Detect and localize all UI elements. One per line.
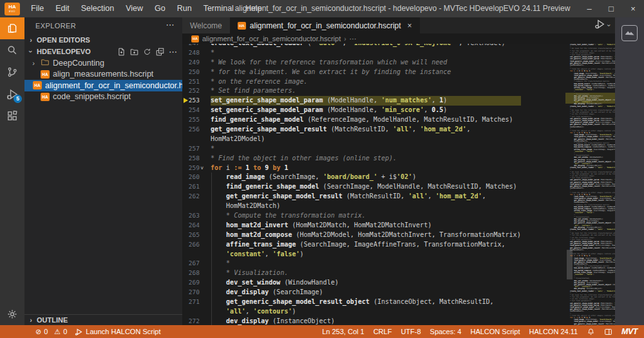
open-editors-section[interactable]: › OPEN EDITORS: [24, 34, 182, 46]
status-item-crlf[interactable]: CRLF: [374, 328, 392, 335]
breadcrumb-more[interactable]: ⋯: [350, 35, 357, 43]
activity-source-control-button[interactable]: [0, 61, 24, 83]
settings-button[interactable]: [0, 303, 24, 325]
outline-section[interactable]: › OUTLINE: [24, 314, 182, 325]
code-line-266[interactable]: 266 affine_trans_image (SearchImage, Ima…: [182, 240, 565, 250]
code-line-257[interactable]: 257*: [182, 144, 565, 154]
code-line-247[interactable]: 247create_text_model_reader ( 'auto' , '…: [565, 106, 615, 108]
image-viewer-button[interactable]: [621, 25, 638, 41]
code-line-256[interactable]: 256get_generic_shape_model_result (Match…: [182, 125, 565, 135]
tab-welcome[interactable]: Welcome: [182, 17, 230, 33]
editor-group: WelcomeHAalignment_for_ocr_in_semiconduc…: [182, 17, 615, 325]
bell-icon[interactable]: [587, 328, 595, 336]
code-line-267[interactable]: 267 *: [182, 259, 565, 268]
image-icon: [625, 27, 634, 39]
code-text: 'all', 'contours'): [211, 307, 296, 317]
code-line-wrap[interactable]: 'constant', 'false'): [182, 250, 565, 259]
status-item-halcon-24-11[interactable]: HALCON 24.11: [529, 328, 578, 335]
run-dropdown-icon[interactable]: ›: [605, 24, 612, 26]
menu-go[interactable]: Go: [149, 0, 171, 17]
debug-badge: 5: [14, 95, 22, 103]
tree-item-deepcounting[interactable]: ›DeepCounting: [24, 57, 182, 69]
collapse-all-icon[interactable]: [156, 48, 164, 56]
line-number: 267: [182, 259, 200, 268]
code-line-wrap[interactable]: HomMat2DMatch): [182, 202, 565, 211]
code-line-255[interactable]: 255find_generic_shape_model (ReferenceIm…: [182, 115, 565, 125]
code-editor[interactable]: 247create_text_model_reader ( 'auto' , '…: [182, 44, 565, 325]
code-line-261[interactable]: 261 find_generic_shape_model (SearchImag…: [182, 182, 565, 192]
activity-search-button[interactable]: [0, 39, 24, 61]
code-line-258[interactable]: 258* Find the object in other images (on…: [182, 154, 565, 164]
new-file-icon[interactable]: [117, 48, 126, 56]
code-line-253[interactable]: 253set_generic_shape_model_param (ModelH…: [182, 96, 565, 106]
tree-item-label: code_snippets.hscript: [53, 92, 131, 101]
line-number: 247: [182, 44, 200, 48]
code-line-247[interactable]: 247create_text_model_reader ( 'auto' , '…: [565, 167, 615, 169]
code-line-wrap[interactable]: 'all', 'contours'): [182, 307, 565, 317]
code-line-251[interactable]: 251* on the reference image.: [182, 77, 565, 87]
breadcrumb[interactable]: HA alignment_for_ocr_in_semiconductor.hs…: [182, 33, 615, 44]
workspace-more-icon[interactable]: ⋯: [169, 47, 177, 57]
code-line-269[interactable]: 269 dev_set_window (WindowHandle): [182, 278, 565, 288]
fold-chevron-icon[interactable]: ∨: [200, 164, 204, 172]
activity-extensions-button[interactable]: [0, 105, 24, 127]
breadcrumb-file[interactable]: alignment_for_ocr_in_semiconductor.hscri…: [202, 35, 341, 42]
layout-icon[interactable]: [604, 328, 612, 336]
run-script-icon[interactable]: [594, 19, 605, 32]
tree-item-align-measurements-hscript[interactable]: HAalign_measurements.hscript: [24, 69, 182, 80]
minimap[interactable]: 247create_text_model_reader ( 'auto' , '…: [565, 44, 615, 325]
code-line-270[interactable]: 270 dev_display (SearchImage): [182, 288, 565, 297]
code-line-265[interactable]: 265 hom_mat2d_compose (HomMat2DModel, Ho…: [182, 230, 565, 240]
code-line-252[interactable]: 252* Set find parameters.: [182, 86, 565, 96]
tree-item-alignment-for-ocr-in-semiconductor-hscr-[interactable]: HAalignment_for_ocr_in_semiconductor.hsc…: [24, 80, 182, 91]
code-line-247[interactable]: 247create_text_model_reader ( 'auto' , '…: [565, 44, 615, 46]
code-line-254[interactable]: 254set_generic_shape_model_param (ModelH…: [182, 106, 565, 115]
status-item-halcon-script[interactable]: HALCON Script: [470, 328, 520, 335]
code-line-262[interactable]: 262 get_generic_shape_model_result (Matc…: [182, 192, 565, 202]
code-line-249[interactable]: 249* We look for the reference transform…: [182, 58, 565, 68]
code-line-268[interactable]: 268 * Visualization.: [182, 268, 565, 278]
code-line-247[interactable]: 247create_text_model_reader ( 'auto' , '…: [565, 229, 615, 230]
restore-button[interactable]: □: [600, 0, 622, 17]
tab-alignment-for-ocr-in-semiconductor-hscript[interactable]: HAalignment_for_ocr_in_semiconductor.hsc…: [230, 17, 420, 33]
tree-item-code-snippets-hscript[interactable]: HAcode_snippets.hscript: [24, 91, 182, 103]
menu-edit[interactable]: Edit: [50, 0, 75, 17]
minimize-button[interactable]: –: [578, 0, 600, 17]
code-line-247[interactable]: 247create_text_model_reader ( 'auto' , '…: [182, 44, 565, 48]
menu-view[interactable]: View: [120, 0, 149, 17]
status-item-spaces-4[interactable]: Spaces: 4: [430, 328, 462, 335]
workspace-section[interactable]: › HDEVELOPEVO ⋯: [24, 46, 182, 57]
code-text: for i := 1 to 9 by 1: [211, 164, 289, 173]
activity-explorer-button[interactable]: [0, 17, 24, 39]
code-line-247[interactable]: 247create_text_model_reader ( 'auto' , '…: [565, 290, 615, 292]
problems-indicator[interactable]: ⊘ 0 ⚠ 0: [35, 328, 67, 336]
code-line-271[interactable]: 271 get_generic_shape_model_result_objec…: [182, 297, 565, 307]
code-text: * Set find parameters.: [211, 86, 296, 96]
new-folder-icon[interactable]: [130, 48, 138, 56]
code-text: *: [211, 259, 230, 268]
code-line-272[interactable]: 272 dev_display (InstanceObject): [182, 317, 565, 325]
close-tab-icon[interactable]: ×: [408, 21, 412, 30]
line-number: 253: [182, 96, 200, 106]
code-line-248[interactable]: 248*: [182, 48, 565, 58]
code-line-wrap[interactable]: HomMat2DModel): [182, 135, 565, 144]
code-line-264[interactable]: 264 hom_mat2d_invert (HomMat2DMatch, Hom…: [182, 221, 565, 230]
code-line-259[interactable]: 259∨for i := 1 to 9 by 1: [182, 164, 565, 173]
sidebar-more-icon[interactable]: ⋯: [166, 20, 175, 30]
status-item-ln-253-col-1[interactable]: Ln 253, Col 1: [322, 328, 364, 335]
title-bar: HA EVO FileEditSelectionViewGoRunTermina…: [0, 0, 644, 17]
close-button[interactable]: ×: [622, 0, 644, 17]
menu-run[interactable]: Run: [171, 0, 198, 17]
menu-file[interactable]: File: [25, 0, 50, 17]
code-line-263[interactable]: 263 * Compute the transformation matrix.: [182, 211, 565, 221]
chevron-right-icon: ›: [344, 35, 346, 42]
line-number: 261: [182, 182, 200, 192]
status-item-utf-8[interactable]: UTF-8: [401, 328, 421, 335]
launch-halcon-script-button[interactable]: Launch HALCON Script: [75, 328, 160, 336]
refresh-icon[interactable]: [143, 48, 151, 56]
code-line-250[interactable]: 250* for the alignment. We can extract i…: [182, 68, 565, 77]
code-line-260[interactable]: 260 read_image (SearchImage, 'board/boar…: [182, 173, 565, 182]
open-editors-label: OPEN EDITORS: [37, 36, 90, 44]
activity-run-debug-button[interactable]: 5: [0, 83, 24, 105]
menu-selection[interactable]: Selection: [75, 0, 120, 17]
